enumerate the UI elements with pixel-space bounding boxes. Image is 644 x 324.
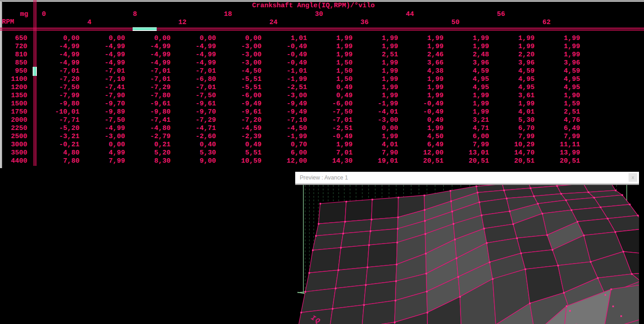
table-cell[interactable]: -7,01 bbox=[125, 68, 170, 75]
row-header-1500[interactable]: 1500 bbox=[0, 100, 27, 107]
table-cell[interactable]: 7,99 bbox=[79, 158, 125, 164]
table-cell[interactable]: -5,51 bbox=[216, 76, 262, 83]
table-cell[interactable]: 10,29 bbox=[489, 141, 535, 148]
table-cell[interactable]: -4,99 bbox=[125, 43, 170, 50]
table-cell[interactable]: 9,00 bbox=[171, 158, 216, 164]
row-header-650[interactable]: 650 bbox=[0, 35, 27, 42]
table-cell[interactable]: -4,99 bbox=[171, 51, 216, 58]
column-header-44[interactable]: 44 bbox=[406, 11, 424, 18]
table-cell[interactable]: 0,49 bbox=[307, 84, 352, 91]
table-cell[interactable]: -9,61 bbox=[125, 100, 170, 107]
table-cell[interactable]: -2,51 bbox=[262, 84, 307, 91]
table-cell[interactable]: -0,49 bbox=[262, 43, 307, 50]
table-cell[interactable]: -7,50 bbox=[34, 84, 79, 91]
table-cell[interactable]: 1,99 bbox=[307, 35, 352, 42]
table-cell[interactable]: -3,00 bbox=[79, 133, 125, 140]
table-cell[interactable]: -4,99 bbox=[79, 43, 125, 50]
table-cell[interactable]: 4,38 bbox=[398, 68, 444, 75]
table-cell[interactable]: -6,00 bbox=[216, 92, 262, 99]
table-cell[interactable]: -6,80 bbox=[171, 76, 216, 83]
table-cell[interactable]: -4,99 bbox=[79, 125, 125, 132]
column-header-24[interactable]: 24 bbox=[269, 19, 287, 26]
table-cell[interactable]: 1,99 bbox=[307, 141, 352, 148]
table-cell[interactable]: 1,99 bbox=[444, 92, 489, 99]
table-cell[interactable]: 1,99 bbox=[398, 84, 444, 91]
table-cell[interactable]: -3,21 bbox=[34, 133, 79, 140]
table-cell[interactable]: 1,99 bbox=[398, 76, 444, 83]
table-cell[interactable]: 6,00 bbox=[262, 150, 307, 156]
column-header-50[interactable]: 50 bbox=[451, 19, 470, 26]
table-cell[interactable]: 1,99 bbox=[307, 51, 352, 58]
table-cell[interactable]: -4,99 bbox=[34, 60, 79, 66]
table-cell[interactable]: 1,99 bbox=[352, 43, 398, 50]
table-cell[interactable]: 1,99 bbox=[489, 43, 535, 50]
table-cell[interactable]: -5,51 bbox=[216, 84, 262, 91]
table-cell[interactable]: -7,71 bbox=[34, 117, 79, 124]
table-cell[interactable]: -2,51 bbox=[307, 125, 352, 132]
table-cell[interactable]: 7,99 bbox=[489, 133, 535, 140]
row-header-1100[interactable]: 1100 bbox=[0, 76, 27, 83]
row-header-1750[interactable]: 1750 bbox=[0, 109, 27, 115]
table-cell[interactable]: 2,48 bbox=[444, 51, 489, 58]
table-cell[interactable]: 0,00 bbox=[352, 125, 398, 132]
table-cell[interactable]: -0,21 bbox=[34, 141, 79, 148]
table-cell[interactable]: 1,99 bbox=[444, 100, 489, 107]
table-cell[interactable]: -7,01 bbox=[307, 117, 352, 124]
table-cell[interactable]: 1,99 bbox=[352, 84, 398, 91]
table-cell[interactable]: -4,99 bbox=[79, 51, 125, 58]
table-cell[interactable]: 7,80 bbox=[34, 158, 79, 164]
table-cell[interactable]: 14,70 bbox=[489, 150, 535, 156]
table-cell[interactable]: -9,80 bbox=[125, 109, 170, 115]
table-cell[interactable]: 1,99 bbox=[444, 43, 489, 50]
table-cell[interactable]: 1,99 bbox=[444, 109, 489, 115]
table-cell[interactable]: -1,99 bbox=[352, 100, 398, 107]
table-cell[interactable]: 1,99 bbox=[444, 35, 489, 42]
row-header-950[interactable]: 950 bbox=[0, 68, 27, 75]
row-header-720[interactable]: 720 bbox=[0, 43, 27, 50]
table-cell[interactable]: 0,40 bbox=[171, 141, 216, 148]
table-cell[interactable]: -3,00 bbox=[216, 51, 262, 58]
preview-titlebar[interactable]: Preview : Avance 1 x bbox=[295, 172, 639, 185]
table-cell[interactable]: 12,00 bbox=[398, 150, 444, 156]
table-cell[interactable]: 20,51 bbox=[444, 158, 489, 164]
table-cell[interactable]: 10,59 bbox=[216, 158, 262, 164]
table-cell[interactable]: 1,90 bbox=[535, 92, 580, 99]
column-header-8[interactable]: 8 bbox=[133, 11, 151, 18]
row-header-3000[interactable]: 3000 bbox=[0, 141, 27, 148]
table-cell[interactable]: -0,49 bbox=[398, 109, 444, 115]
table-cell[interactable]: 6,00 bbox=[444, 133, 489, 140]
table-cell[interactable]: -7,41 bbox=[125, 117, 170, 124]
column-header-4[interactable]: 4 bbox=[87, 19, 105, 26]
table-cell[interactable]: -0,49 bbox=[262, 51, 307, 58]
table-cell[interactable]: -4,99 bbox=[34, 43, 79, 50]
table-cell[interactable]: 4,95 bbox=[535, 76, 580, 83]
table-cell[interactable]: 20,51 bbox=[535, 158, 580, 164]
row-header-810[interactable]: 810 bbox=[0, 51, 27, 58]
table-cell[interactable]: 7,99 bbox=[444, 141, 489, 148]
table-cell[interactable]: 4,01 bbox=[489, 109, 535, 115]
table-cell[interactable]: 20,51 bbox=[398, 158, 444, 164]
column-header-36[interactable]: 36 bbox=[360, 19, 378, 26]
table-cell[interactable]: 1,99 bbox=[352, 35, 398, 42]
table-cell[interactable]: -2,39 bbox=[216, 133, 262, 140]
table-cell[interactable]: 4,50 bbox=[398, 133, 444, 140]
table-cell[interactable]: 1,99 bbox=[352, 76, 398, 83]
table-cell[interactable]: -7,41 bbox=[79, 84, 125, 91]
table-cell[interactable]: -7,01 bbox=[125, 76, 170, 83]
column-header-0[interactable]: 0 bbox=[42, 11, 60, 18]
table-cell[interactable]: 4,95 bbox=[444, 76, 489, 83]
surface-plot-canvas[interactable] bbox=[295, 185, 639, 324]
table-cell[interactable]: 4,95 bbox=[444, 84, 489, 91]
table-cell[interactable]: 1,99 bbox=[398, 43, 444, 50]
row-header-4400[interactable]: 4400 bbox=[0, 158, 27, 164]
table-cell[interactable]: -7,29 bbox=[125, 84, 170, 91]
row-header-2000[interactable]: 2000 bbox=[0, 117, 27, 124]
table-cell[interactable]: 1,99 bbox=[307, 43, 352, 50]
table-cell[interactable]: 4,01 bbox=[352, 141, 398, 148]
table-cell[interactable]: 3,96 bbox=[444, 60, 489, 66]
table-cell[interactable]: -4,99 bbox=[34, 51, 79, 58]
table-cell[interactable]: 13,01 bbox=[444, 150, 489, 156]
table-cell[interactable]: -4,99 bbox=[125, 51, 170, 58]
table-cell[interactable]: -7,01 bbox=[171, 84, 216, 91]
table-cell[interactable]: 1,99 bbox=[398, 125, 444, 132]
